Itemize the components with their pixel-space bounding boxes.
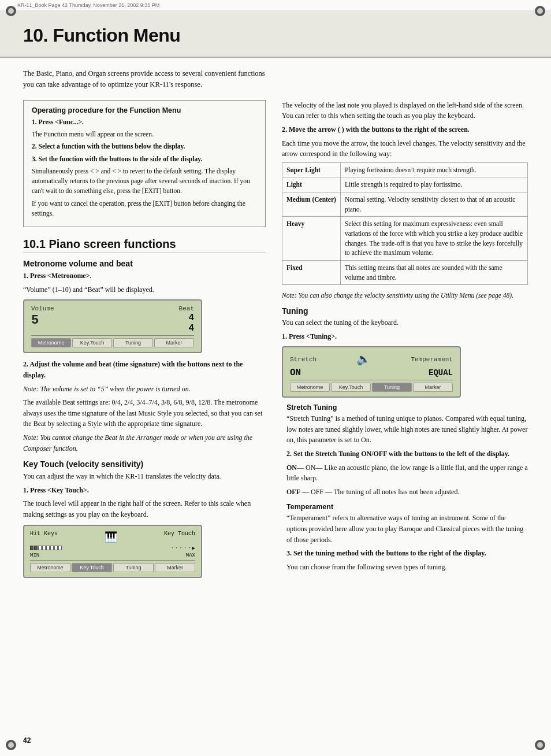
keytouch-intro: You can adjust the way in which the KR-1… [23,471,266,482]
lcd-volume-value: 5 [31,313,39,328]
col-right: The velocity of the last note you played… [282,100,528,576]
keytouch-lcd-buttons: Metronome Key.Touch Tuning Marker [30,563,195,572]
velocity-table-row: Super LightPlaying fortissimo doesn’t re… [282,162,528,177]
lcd-btn2-metronome[interactable]: Metronome [30,563,70,572]
lcd-btn3-marker[interactable]: Marker [413,383,453,392]
lcd-btn-tuning[interactable]: Tuning [113,338,153,347]
stretch-off-text: OFF — The tuning of all notes has not be… [311,488,459,496]
lcd-btn3-metronome[interactable]: Metronome [290,383,330,392]
stretch-tuning-on: ON— ON— Like an acoustic piano, the low … [286,462,528,484]
metronome-step1: 1. Press <Metronome>. [23,270,266,281]
lcd-btn3-keytouch[interactable]: Key.Touch [331,383,371,392]
temperament-text: “Temperament” refers to alternative ways… [286,513,528,545]
metronome-step2-note: Note: The volume is set to “5” when the … [23,384,266,395]
velocity-description: Normal setting. Velocity sensitivity clo… [340,192,527,217]
stretch-tuning-block: Stretch Tuning “Stretch Tuning” is a met… [286,403,528,497]
velocity-table-row: HeavySelect this setting for maximum exp… [282,217,528,261]
corner-mark-br [535,740,545,750]
lcd-stretch-value: ON [290,368,301,378]
velocity-setting: Super Light [282,162,341,177]
velocity-setting: Medium (Center) [282,192,341,217]
velocity-table: Super LightPlaying fortissimo doesn’t re… [282,162,528,286]
lcd-kt-scale: ····· ▶ [171,545,195,551]
metronome-step1-detail: “Volume” (1–10) and “Beat” will be displ… [23,284,266,295]
lcd-btn2-marker[interactable]: Marker [155,563,195,572]
chapter-number: 10. [23,25,48,46]
section-101-title: 10.1 Piano screen functions [23,238,266,253]
lcd-btn-metronome[interactable]: Metronome [31,338,71,347]
velocity-description: This setting means that all notes are so… [340,261,527,285]
metronome-step2: 2. Adjust the volume and beat (time sign… [23,359,266,380]
page: KR-11_Book Page 42 Thursday, November 21… [0,0,551,756]
velocity-setting: Fixed [282,261,341,285]
corner-mark-tl [6,6,16,16]
metronome-step2-note2: Note: You cannot change the Beat in the … [23,432,266,454]
velocity-note: Note: You can also change the velocity s… [282,291,528,301]
lcd-btn-keytouch[interactable]: Key.Touch [72,338,112,347]
op-step1-label: 1. Press <Func...>. [32,117,257,127]
chapter-title: 10. Function Menu [23,25,528,46]
keyboard-icon: 🎹 [105,531,117,543]
lcd-btn2-keytouch[interactable]: Key.Touch [72,563,112,572]
lcd-kt-bar-labels: MIN MAX [30,553,195,558]
lcd-kt-kt-label: Key Touch [164,531,195,537]
op-step2-label: 2. Select a function with the buttons be… [32,142,257,151]
temperament-heading: Temperament [286,503,528,511]
metronome-step2-detail: The available Beat settings are: 0/4, 2/… [23,397,266,429]
lcd-btn2-tuning[interactable]: Tuning [113,563,154,572]
two-col-layout: Operating procedure for the Function Men… [23,100,528,584]
main-content: The Basic, Piano, and Organ screens prov… [0,58,551,601]
velocity-description: Little strength is required to play fort… [340,177,527,192]
metronome-heading: Metronome volume and beat [23,259,266,268]
lcd-btn-marker[interactable]: Marker [154,338,194,347]
velocity-step2-detail: Each time you move the arrow, the touch … [282,138,528,160]
temperament-step3: 3. Set the tuning method with the button… [286,548,528,559]
lcd-btn3-tuning[interactable]: Tuning [372,383,412,392]
metronome-lcd-buttons: Metronome Key.Touch Tuning Marker [31,338,194,347]
velocity-table-row: Medium (Center)Normal setting. Velocity … [282,192,528,217]
velocity-description: Playing fortissimo doesn’t require much … [340,162,527,177]
file-info: KR-11_Book Page 42 Thursday, November 21… [0,0,551,11]
velocity-table-row: FixedThis setting means that all notes a… [282,261,528,285]
keytouch-step1: 1. Press <Key Touch>. [23,485,266,496]
speaker-icon: 🔈 [356,352,371,366]
velocity-intro: The velocity of the last note you played… [282,100,528,121]
keytouch-step1-detail: The touch level will appear in the right… [23,498,266,520]
keytouch-heading: Key Touch (velocity sensitivity) [23,459,266,469]
lcd-beat-value: 4 4 [188,313,194,333]
stretch-on-text: ON— Like an acoustic piano, the low rang… [286,464,528,483]
op-procedure-box: Operating procedure for the Function Men… [23,100,266,227]
stretch-tuning-off: OFF — OFF — The tuning of all notes has … [286,487,528,498]
lcd-beat-label: Beat [179,305,194,312]
lcd-kt-bars [30,546,62,550]
corner-mark-tr [535,6,545,16]
velocity-setting: Heavy [282,217,341,261]
temperament-detail: You can choose from the following seven … [286,562,528,573]
op-step4-detail: If you want to cancel the operation, pre… [32,199,257,219]
velocity-table-row: LightLittle strength is required to play… [282,177,528,192]
keytouch-lcd: Hit Keys 🎹 Key Touch [23,525,202,578]
page-number: 42 [23,736,31,744]
lcd-stretch-label: Stretch [290,356,317,363]
lcd-temp-label: Temperament [411,356,453,363]
corner-mark-bl [6,740,16,750]
metronome-lcd: Volume Beat 5 4 4 Metronome Key.Touch [23,299,202,353]
velocity-setting: Light [282,177,341,192]
lcd-volume-label: Volume [31,305,54,312]
lcd-temp-value: EQUAL [429,368,453,377]
tuning-lcd: Stretch 🔈 Temperament ON EQUAL Metronome… [282,346,461,398]
tuning-step1: 1. Press <Tuning>. [282,331,528,342]
stretch-tuning-step2: 2. Set the Stretch Tuning ON/OFF with th… [286,449,528,459]
chapter-header: 10. Function Menu [0,11,551,58]
velocity-step2: 2. Move the arrow ( ) with the buttons t… [282,124,528,135]
op-step3-detail: Simultaneously press < > and < > to reve… [32,166,257,197]
tuning-heading: Tuning [282,306,528,316]
tuning-lcd-buttons: Metronome Key.Touch Tuning Marker [290,383,453,392]
stretch-tuning-heading: Stretch Tuning [286,403,528,412]
op-step1-detail: The Function menu will appear on the scr… [32,129,257,139]
op-step3-label: 3. Set the function with the buttons to … [32,154,257,164]
col-left: Operating procedure for the Function Men… [23,100,266,584]
lcd-kt-hit-label: Hit Keys [30,531,58,537]
chapter-title-text: Function Menu [53,25,180,46]
stretch-tuning-text: “Stretch Tuning” is a method of tuning u… [286,413,528,446]
